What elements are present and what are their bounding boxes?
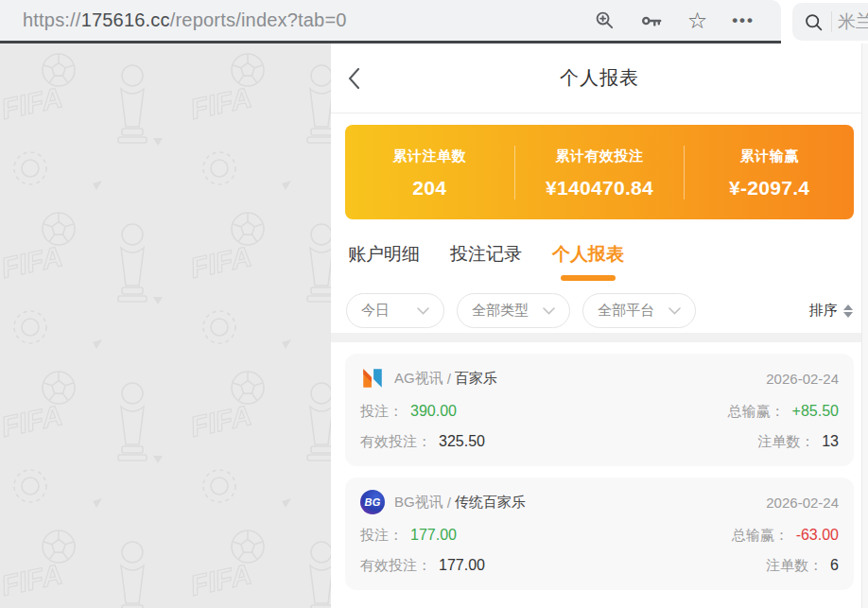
tab-underline bbox=[459, 275, 513, 281]
page-title: 个人报表 bbox=[560, 65, 639, 91]
summary-total-bets: 累计注单数 204 bbox=[345, 146, 514, 200]
provider-name: AG视讯 bbox=[394, 370, 443, 388]
record-title: AG视讯 / 百家乐 bbox=[360, 366, 497, 391]
password-key-icon[interactable] bbox=[640, 9, 663, 32]
winloss-label: 总输赢： bbox=[732, 527, 789, 545]
game-name: 传统百家乐 bbox=[455, 494, 526, 512]
game-name: 百家乐 bbox=[455, 370, 497, 388]
record-title: BG BG视讯 / 传统百家乐 bbox=[360, 490, 526, 514]
record-card-ag[interactable]: AG视讯 / 百家乐 2026-02-24 投注：390.00 总输赢：+85.… bbox=[345, 354, 854, 466]
summary-value: 204 bbox=[345, 177, 514, 200]
bet-label: 投注： bbox=[360, 403, 403, 421]
bet-count-label: 注单数： bbox=[766, 557, 823, 575]
search-divider bbox=[831, 11, 832, 32]
screen: https://175616.cc/reports/index?tab=0 ☆ … bbox=[0, 0, 868, 608]
summary-valid-bets: 累计有效投注 ¥140470.84 bbox=[514, 146, 685, 200]
tab-underline bbox=[356, 275, 411, 281]
winloss-value: +85.50 bbox=[792, 403, 839, 420]
record-date: 2026-02-24 bbox=[766, 495, 839, 511]
chevron-down-icon bbox=[668, 307, 681, 315]
provider-name: BG视讯 bbox=[394, 494, 443, 512]
winloss-label: 总输赢： bbox=[728, 403, 785, 421]
fifa-pattern-svg: FIFA bbox=[0, 43, 331, 608]
menu-dots-icon[interactable]: ••• bbox=[732, 11, 755, 30]
quick-search-box[interactable]: 米兰 bbox=[792, 3, 868, 41]
bet-value: 390.00 bbox=[410, 403, 457, 420]
browser-top-bar: https://175616.cc/reports/index?tab=0 ☆ … bbox=[0, 0, 868, 43]
valid-bet-label: 有效投注： bbox=[360, 557, 431, 575]
summary-card: 累计注单数 204 累计有效投注 ¥140470.84 累计输赢 ¥-2097.… bbox=[345, 125, 854, 219]
search-query-text: 米兰 bbox=[838, 9, 868, 34]
tab-account-details[interactable]: 账户明细 bbox=[348, 242, 420, 281]
scrollbar[interactable] bbox=[861, 43, 868, 608]
tab-underline bbox=[561, 275, 616, 281]
filter-bar: 今日 全部类型 全部平台 排序 bbox=[331, 281, 868, 328]
record-card-bg[interactable]: BG BG视讯 / 传统百家乐 2026-02-24 投注：177.00 总输赢… bbox=[345, 478, 854, 590]
sort-button[interactable]: 排序 bbox=[809, 302, 853, 320]
url-scheme: https:// bbox=[23, 9, 81, 30]
url-domain: 175616.cc bbox=[81, 9, 170, 30]
bet-value: 177.00 bbox=[410, 527, 457, 544]
filter-label: 全部类型 bbox=[472, 302, 529, 320]
search-icon bbox=[804, 12, 824, 32]
address-bar[interactable]: https://175616.cc/reports/index?tab=0 ☆ … bbox=[0, 0, 781, 41]
url-text[interactable]: https://175616.cc/reports/index?tab=0 bbox=[23, 9, 594, 31]
bet-count-value: 6 bbox=[830, 557, 839, 574]
bet-count-label: 注单数： bbox=[757, 433, 814, 451]
summary-label: 累计输赢 bbox=[685, 148, 854, 165]
valid-bet-value: 325.50 bbox=[439, 433, 485, 450]
fifa-pattern-background: FIFA bbox=[0, 43, 331, 608]
report-panel: 个人报表 累计注单数 204 累计有效投注 ¥140470.84 累计输赢 ¥-… bbox=[331, 43, 868, 608]
tab-label: 个人报表 bbox=[552, 242, 624, 267]
bet-count-value: 13 bbox=[822, 433, 839, 450]
type-filter-dropdown[interactable]: 全部类型 bbox=[457, 293, 570, 328]
sort-label: 排序 bbox=[809, 302, 838, 320]
back-button[interactable] bbox=[348, 43, 360, 113]
summary-value: ¥140470.84 bbox=[515, 177, 685, 200]
chevron-left-icon bbox=[348, 68, 360, 89]
summary-label: 累计有效投注 bbox=[515, 148, 685, 165]
winloss-value: -63.00 bbox=[796, 527, 839, 544]
url-path: /reports/index?tab=0 bbox=[170, 9, 347, 30]
name-separator: / bbox=[447, 371, 451, 387]
filter-label: 全部平台 bbox=[598, 302, 654, 320]
chevron-down-icon bbox=[543, 307, 555, 315]
valid-bet-value: 177.00 bbox=[439, 557, 485, 574]
sort-arrows-icon bbox=[843, 304, 853, 318]
summary-winloss: 累计输赢 ¥-2097.4 bbox=[684, 146, 854, 200]
bet-label: 投注： bbox=[360, 527, 403, 545]
tab-label: 投注记录 bbox=[450, 242, 522, 267]
zoom-in-icon[interactable] bbox=[594, 9, 616, 31]
filter-label: 今日 bbox=[361, 302, 390, 320]
bg-provider-logo-icon: BG bbox=[360, 490, 385, 514]
chevron-down-icon bbox=[417, 307, 429, 315]
summary-value: ¥-2097.4 bbox=[685, 177, 854, 200]
record-date: 2026-02-24 bbox=[766, 371, 839, 387]
platform-filter-dropdown[interactable]: 全部平台 bbox=[582, 293, 696, 328]
tab-bar: 账户明细 投注记录 个人报表 bbox=[331, 219, 868, 281]
name-separator: / bbox=[447, 495, 451, 511]
date-filter-dropdown[interactable]: 今日 bbox=[346, 293, 444, 328]
tab-bet-records[interactable]: 投注记录 bbox=[450, 242, 522, 281]
summary-label: 累计注单数 bbox=[345, 148, 514, 165]
bookmark-star-icon[interactable]: ☆ bbox=[687, 9, 708, 32]
app-header: 个人报表 bbox=[331, 43, 868, 113]
valid-bet-label: 有效投注： bbox=[360, 433, 431, 451]
tab-label: 账户明细 bbox=[348, 242, 420, 267]
ag-provider-logo-icon bbox=[360, 366, 385, 391]
section-divider bbox=[331, 333, 868, 342]
tab-personal-report[interactable]: 个人报表 bbox=[552, 242, 624, 281]
